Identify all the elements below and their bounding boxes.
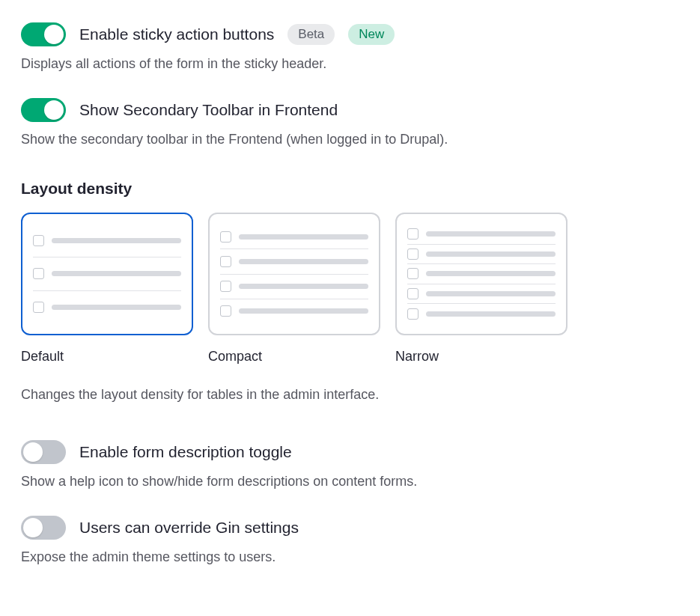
setting-label: Users can override Gin settings (79, 519, 299, 537)
density-row-icon (33, 291, 181, 323)
density-row-icon (220, 299, 368, 323)
density-row-icon (407, 225, 556, 245)
section-title-layout-density: Layout density (21, 180, 679, 198)
density-option-default[interactable]: Default (21, 213, 193, 365)
setting-label: Show Secondary Toolbar in Frontend (79, 101, 338, 119)
setting-description: Expose the admin theme settings to users… (21, 547, 679, 567)
toggle-knob-icon (23, 518, 43, 537)
layout-density-options: Default Compact Narrow (21, 213, 679, 365)
badge-beta: Beta (287, 24, 335, 45)
density-preview-compact-icon (208, 213, 380, 335)
density-row-icon (220, 225, 368, 249)
density-preview-default-icon (21, 213, 193, 335)
toggle-form-description[interactable] (21, 440, 66, 464)
density-row-icon (33, 257, 181, 290)
setting-description: Show the secondary toolbar in the Fronte… (21, 129, 679, 150)
setting-label: Enable form description toggle (79, 443, 292, 461)
setting-label: Enable sticky action buttons (79, 25, 274, 43)
setting-sticky-buttons: Enable sticky action buttons Beta New Di… (21, 22, 679, 74)
setting-form-description-toggle: Enable form description toggle Show a he… (21, 440, 679, 492)
density-row-icon (407, 284, 556, 305)
density-row-icon (220, 249, 368, 274)
density-row-icon (33, 225, 181, 257)
density-label: Compact (208, 349, 380, 365)
setting-description: Displays all actions of the form in the … (21, 54, 679, 74)
badge-new: New (348, 24, 395, 45)
setting-header: Enable form description toggle (21, 440, 679, 464)
layout-density-description: Changes the layout density for tables in… (21, 387, 679, 403)
density-row-icon (407, 245, 556, 265)
density-row-icon (220, 275, 368, 299)
setting-description: Show a help icon to show/hide form descr… (21, 472, 679, 492)
density-label: Default (21, 349, 193, 365)
toggle-secondary-toolbar[interactable] (21, 98, 66, 122)
toggle-sticky-buttons[interactable] (21, 22, 66, 46)
density-row-icon (407, 304, 556, 323)
setting-header: Enable sticky action buttons Beta New (21, 22, 679, 46)
setting-secondary-toolbar: Show Secondary Toolbar in Frontend Show … (21, 98, 679, 150)
toggle-knob-icon (44, 25, 64, 44)
density-label: Narrow (395, 349, 567, 365)
setting-user-override: Users can override Gin settings Expose t… (21, 516, 679, 567)
setting-header: Users can override Gin settings (21, 516, 679, 540)
density-row-icon (407, 264, 556, 284)
density-option-narrow[interactable]: Narrow (395, 213, 567, 365)
toggle-knob-icon (44, 100, 64, 120)
density-option-compact[interactable]: Compact (208, 213, 380, 365)
setting-header: Show Secondary Toolbar in Frontend (21, 98, 679, 122)
toggle-knob-icon (23, 442, 43, 462)
toggle-user-override[interactable] (21, 516, 66, 540)
density-preview-narrow-icon (395, 213, 567, 335)
